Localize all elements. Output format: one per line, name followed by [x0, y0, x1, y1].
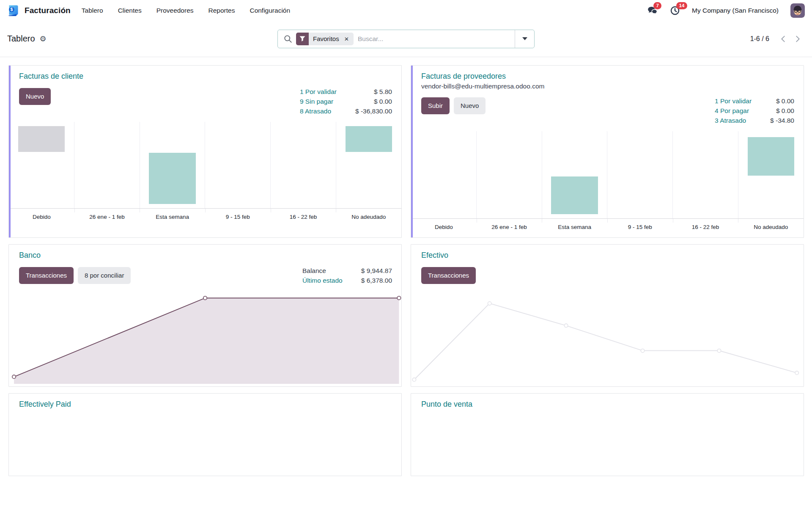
stat-unpaid[interactable]: 9 Sin pagar	[300, 98, 337, 105]
stat-unpaid-amount: $ 0.00	[355, 98, 392, 105]
stat-to-pay-amount: $ 0.00	[770, 107, 794, 115]
axis-label: 9 - 15 feb	[205, 209, 271, 237]
card-actions: Nuevo 1 Por validar $ 5.80 9 Sin pagar $…	[9, 88, 401, 115]
messages-count-badge: 7	[653, 2, 661, 9]
nav-item-reportes[interactable]: Reportes	[208, 7, 235, 14]
bank-balance-chart	[9, 290, 401, 386]
invoicing-dashboard-page: $ Facturación Tablero Clientes Proveedor…	[0, 0, 812, 507]
filter-funnel-icon	[296, 33, 309, 45]
new-bill-button[interactable]: Nuevo	[454, 97, 486, 114]
bank-transactions-button[interactable]: Transacciones	[19, 267, 74, 284]
nav-menu: Tablero Clientes Proveedores Reportes Co…	[82, 7, 290, 14]
navbar-systray: 7 14 My Company (San Francisco)	[647, 3, 805, 18]
axis-label: 16 - 22 feb	[271, 209, 336, 237]
apps-menu-button[interactable]: $ Facturación	[7, 4, 71, 17]
button-row: Subir Nuevo	[421, 97, 486, 114]
axis-label: 16 - 22 feb	[673, 219, 738, 237]
bar-chart-labels: Debido 26 ene - 1 feb Esta semana 9 - 15…	[411, 219, 804, 237]
stat-to-validate[interactable]: 1 Por validar	[300, 88, 337, 96]
vendor-bills-title[interactable]: Facturas de proveedores	[421, 72, 506, 81]
svg-text:$: $	[11, 7, 13, 12]
gear-icon[interactable]: ⚙	[40, 35, 47, 43]
card-vendor-bills: Facturas de proveedores vendor-bills@edu…	[411, 65, 804, 238]
button-row: Transacciones 8 por conciliar	[19, 267, 131, 284]
button-row: Transacciones	[421, 267, 476, 284]
card-actions: Transacciones 8 por conciliar Balance $ …	[9, 267, 401, 284]
breadcrumb: Tablero ⚙	[7, 34, 47, 44]
card-pos: Punto de venta	[411, 393, 804, 476]
control-panel: Tablero ⚙ Favoritos ✕	[0, 21, 812, 57]
app-name: Facturación	[25, 6, 71, 15]
button-row: Nuevo	[19, 88, 51, 105]
bank-title[interactable]: Banco	[19, 251, 41, 260]
effectively-paid-title[interactable]: Effectively Paid	[19, 400, 71, 409]
pager-value[interactable]: 1-6 / 6	[750, 35, 769, 43]
card-bank: Banco Transacciones 8 por conciliar Bala…	[8, 244, 402, 387]
cash-balance-chart	[411, 290, 804, 386]
chevron-down-icon	[522, 37, 527, 40]
stat-late[interactable]: 3 Atrasado	[715, 117, 752, 124]
bar-chart-labels: Debido 26 ene - 1 feb Esta semana 9 - 15…	[9, 209, 401, 237]
pager-previous-button[interactable]	[776, 33, 790, 45]
stat-to-validate-amount: $ 0.00	[770, 97, 794, 105]
user-avatar[interactable]	[790, 3, 805, 18]
stat-last-statement[interactable]: Último estado	[302, 277, 343, 284]
invoicing-app-icon: $	[7, 4, 20, 17]
axis-label: 26 ene - 1 feb	[74, 209, 140, 237]
pos-title[interactable]: Punto de venta	[421, 400, 472, 409]
dashboard-grid: Facturas de cliente Nuevo 1 Por validar …	[0, 57, 812, 476]
stat-late[interactable]: 8 Atrasado	[300, 107, 337, 115]
page-title: Tablero	[7, 34, 35, 44]
axis-label: No adeudado	[738, 219, 804, 237]
axis-label: 9 - 15 feb	[607, 219, 673, 237]
reconcile-button[interactable]: 8 por conciliar	[78, 267, 131, 284]
card-cash: Efectivo Transacciones	[411, 244, 804, 387]
axis-label: Debido	[9, 209, 74, 237]
customer-invoices-title[interactable]: Facturas de cliente	[19, 72, 83, 81]
stat-last-statement-amount: $ 6,378.00	[361, 277, 392, 284]
stat-balance-amount: $ 9,944.87	[361, 267, 392, 275]
activities-count-badge: 14	[676, 2, 687, 9]
cash-title[interactable]: Efectivo	[421, 251, 448, 260]
stat-balance: Balance	[302, 267, 343, 275]
stat-late-amount: $ -34.80	[770, 117, 794, 124]
nav-item-proveedores[interactable]: Proveedores	[156, 7, 194, 14]
card-head: Punto de venta	[411, 394, 804, 409]
new-invoice-button[interactable]: Nuevo	[19, 88, 51, 105]
stat-to-validate[interactable]: 1 Por validar	[715, 97, 752, 105]
axis-label: No adeudado	[336, 209, 401, 237]
card-head: Facturas de proveedores vendor-bills@edu…	[411, 66, 804, 90]
search-options-toggle[interactable]	[515, 30, 534, 48]
nav-item-configuracion[interactable]: Configuración	[250, 7, 290, 14]
messages-button[interactable]: 7	[647, 6, 658, 16]
company-switcher[interactable]: My Company (San Francisco)	[692, 7, 779, 14]
card-head: Efectivo	[411, 245, 804, 260]
axis-label: Esta semana	[542, 219, 607, 237]
card-actions: Subir Nuevo 1 Por validar $ 0.00 4 Por p…	[411, 97, 804, 124]
nav-item-tablero[interactable]: Tablero	[82, 7, 103, 14]
remove-filter-icon[interactable]: ✕	[343, 36, 354, 42]
pager-next-button[interactable]	[790, 33, 805, 45]
top-navbar: $ Facturación Tablero Clientes Proveedor…	[0, 0, 812, 21]
vendor-bills-chart: Debido 26 ene - 1 feb Esta semana 9 - 15…	[411, 131, 804, 237]
vendor-bills-stats: 1 Por validar $ 0.00 4 Por pagar $ 0.00 …	[715, 97, 794, 124]
upload-bill-button[interactable]: Subir	[421, 97, 450, 114]
nav-item-clientes[interactable]: Clientes	[118, 7, 142, 14]
search-input[interactable]	[354, 35, 515, 43]
stat-to-validate-amount: $ 5.80	[355, 88, 392, 96]
card-head: Facturas de cliente	[9, 66, 401, 81]
favorites-filter-chip[interactable]: Favoritos ✕	[296, 33, 354, 45]
card-actions: Transacciones	[411, 267, 804, 284]
card-effectively-paid: Effectively Paid	[8, 393, 402, 476]
search-bar[interactable]: Favoritos ✕	[277, 30, 535, 48]
bar-plot	[411, 131, 804, 219]
cash-transactions-button[interactable]: Transacciones	[421, 267, 476, 284]
activities-button[interactable]: 14	[670, 6, 680, 16]
stat-to-pay[interactable]: 4 Por pagar	[715, 107, 752, 115]
search-icon	[283, 34, 293, 44]
customer-invoices-stats: 1 Por validar $ 5.80 9 Sin pagar $ 0.00 …	[300, 88, 392, 115]
customer-invoices-chart: Debido 26 ene - 1 feb Esta semana 9 - 15…	[9, 122, 401, 237]
card-head: Effectively Paid	[9, 394, 401, 409]
axis-label: Esta semana	[140, 209, 205, 237]
bank-stats: Balance $ 9,944.87 Último estado $ 6,378…	[302, 267, 392, 284]
